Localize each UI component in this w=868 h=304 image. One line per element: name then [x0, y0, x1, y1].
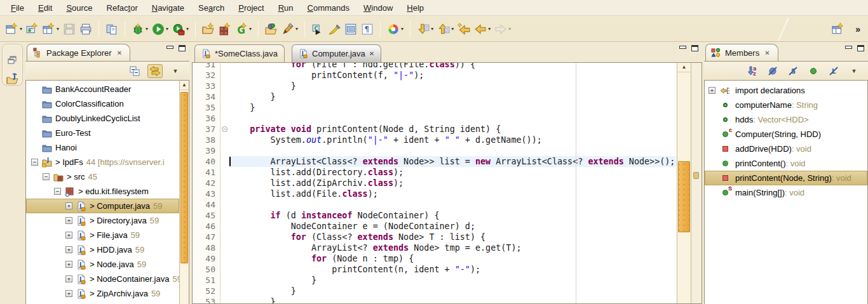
maximize-button[interactable] — [857, 45, 864, 51]
toolbar-overflow-chevron[interactable]: » — [855, 24, 859, 34]
dropdown-arrow-icon[interactable]: ▾ — [57, 26, 59, 32]
run-button[interactable]: ▾ — [150, 20, 170, 38]
tree-expander-icon[interactable]: − — [54, 188, 61, 195]
new-view-button[interactable]: ▾ — [41, 20, 61, 38]
show-whitespace-button[interactable] — [359, 20, 376, 38]
tree-item--src[interactable]: −> src45 — [26, 169, 179, 184]
tree-expander-icon[interactable]: + — [65, 217, 72, 224]
tree-expander-icon[interactable]: + — [65, 232, 72, 239]
tree-expander-icon[interactable]: + — [65, 290, 72, 297]
menu-help[interactable]: Help — [400, 1, 431, 15]
member-item-import-declarations[interactable]: +import declarations — [705, 83, 867, 98]
dropdown-arrow-icon[interactable]: ▾ — [431, 26, 433, 32]
tree-item--directory-java[interactable]: +> Directory.java59 — [26, 213, 179, 228]
dropdown-arrow-icon[interactable]: ▾ — [401, 26, 403, 32]
member-item-computername[interactable]: computerName : String — [705, 98, 867, 112]
tree-item--ipdfs[interactable]: −> IpdFs44 [https://svnserver.i — [26, 155, 179, 169]
compare-button[interactable] — [104, 20, 120, 38]
new-java-project-button[interactable] — [200, 20, 217, 38]
next-annotation-button[interactable]: ▾ — [415, 20, 435, 38]
new-view-shortcut-button[interactable] — [830, 20, 846, 38]
new-groovy-class-button[interactable]: ▾ — [233, 20, 254, 38]
minimize-button[interactable] — [166, 46, 173, 51]
dropdown-arrow-icon[interactable]: ▾ — [186, 26, 189, 32]
tree-item-bankaccountreader[interactable]: +BankAccountReader — [26, 82, 179, 96]
new-wizard-button[interactable]: ▾ — [4, 20, 24, 38]
dropdown-arrow-icon[interactable]: ▾ — [488, 26, 491, 32]
dropdown-arrow-icon[interactable]: ▾ — [295, 26, 298, 32]
dropdown-arrow-icon[interactable]: ▾ — [451, 26, 454, 32]
close-icon[interactable]: ✕ — [369, 50, 374, 57]
tree-expander-icon[interactable]: + — [65, 202, 72, 209]
scrollbar-thumb[interactable] — [678, 161, 690, 232]
tree-item--computer-java[interactable]: +> Computer.java59 — [26, 199, 179, 213]
show-source-blocks-button[interactable] — [342, 20, 359, 38]
member-item-hdds[interactable]: hdds : Vector<HDD> — [705, 112, 867, 127]
annotation-marker[interactable] — [693, 172, 699, 179]
hide-static-members-button[interactable] — [785, 64, 801, 78]
scroll-up-arrow[interactable]: ▲ — [180, 81, 189, 90]
tree-expander-icon[interactable]: + — [709, 87, 715, 94]
menu-source[interactable]: Source — [59, 1, 99, 15]
overview-ruler[interactable] — [691, 63, 702, 303]
menu-edit[interactable]: Edit — [31, 1, 59, 15]
package-explorer-tab[interactable]: Package Explorer ✕ — [27, 44, 130, 61]
tree-expander-icon[interactable]: − — [31, 159, 38, 166]
tree-item--node-java[interactable]: +> Node.java59 — [26, 257, 179, 272]
collapse-all-button[interactable] — [127, 64, 142, 78]
mark-occurrences-button[interactable]: ▾ — [280, 20, 300, 38]
sort-button[interactable] — [745, 64, 760, 78]
highlighter-button[interactable] — [326, 20, 342, 38]
scroll-up-arrow[interactable]: ▲ — [677, 63, 691, 72]
editor-scrollbar[interactable]: ▲ — [677, 63, 691, 303]
print-button[interactable] — [78, 20, 94, 38]
tree-expander-icon[interactable]: + — [65, 261, 72, 268]
new-class-button[interactable] — [24, 20, 41, 38]
open-resource-button[interactable] — [263, 20, 280, 38]
member-item-printcontent-[interactable]: printContent() : void — [705, 156, 867, 171]
tree-expander-icon[interactable]: − — [43, 173, 50, 180]
member-item-adddrive-hdd-[interactable]: addDrive(HDD) : void — [705, 142, 867, 156]
member-item-printcontent-node-string-[interactable]: printContent(Node, String) : void — [705, 171, 867, 185]
members-tab[interactable]: Members ✕ — [705, 44, 778, 61]
editor-maximize-button[interactable] — [691, 45, 698, 51]
tree-item-colorclassification[interactable]: +ColorClassification — [26, 96, 179, 111]
tree-item--nodecontainer-java[interactable]: +> NodeContainer.java59 — [26, 272, 179, 286]
editor-tab-computer-java[interactable]: Computer.java✕ — [292, 44, 381, 62]
menu-commands[interactable]: Commands — [301, 1, 356, 15]
close-icon[interactable]: ✕ — [764, 50, 770, 56]
tree-expander-icon[interactable]: + — [65, 246, 72, 253]
view-menu-button[interactable]: ▼ — [846, 64, 862, 78]
link-with-editor-button[interactable] — [147, 64, 163, 78]
tree-item-hanoi[interactable]: +Hanoi — [26, 140, 179, 155]
menu-file[interactable]: File — [4, 1, 31, 15]
back-button[interactable]: ▾ — [472, 20, 492, 38]
menu-run[interactable]: Run — [271, 1, 301, 15]
menu-navigate[interactable]: Navigate — [145, 1, 191, 15]
previous-annotation-button[interactable]: ▾ — [435, 20, 456, 38]
tree-item--hdd-java[interactable]: +> HDD.java59 — [26, 242, 179, 257]
tree-item--file-java[interactable]: +> File.java59 — [26, 228, 179, 242]
close-icon[interactable]: ✕ — [117, 50, 122, 56]
member-item-computer-string-hdd-[interactable]: cComputer(String, HDD) — [705, 127, 867, 142]
dropdown-arrow-icon[interactable]: ▾ — [508, 26, 511, 32]
editor-tab--someclass-java[interactable]: *SomeClass.java — [194, 44, 285, 62]
menu-window[interactable]: Window — [356, 1, 400, 15]
code-editor[interactable]: for (File f : hdd.get(File.class)) { pri… — [229, 63, 676, 303]
scrollbar-thumb[interactable] — [180, 92, 188, 263]
tree-expander-icon[interactable]: + — [65, 275, 72, 282]
last-edit-location-button[interactable] — [456, 20, 472, 38]
menu-refactor[interactable]: Refactor — [100, 1, 145, 15]
editor-minimize-button[interactable] — [679, 46, 686, 51]
package-explorer-scrollbar[interactable]: ▲ — [179, 81, 189, 304]
dropdown-arrow-icon[interactable]: ▾ — [146, 26, 148, 32]
dropdown-arrow-icon[interactable]: ▾ — [166, 26, 168, 32]
new-package-button[interactable] — [217, 20, 233, 38]
view-menu-button[interactable]: ▼ — [168, 64, 183, 78]
menu-search[interactable]: Search — [191, 1, 231, 15]
show-public-members-button[interactable] — [806, 64, 821, 78]
tree-item-doublylinkedcycliclist[interactable]: +DoublyLinkedCyclicList — [26, 111, 179, 126]
run-last-launched-button[interactable] — [309, 20, 326, 38]
hide-fields-button[interactable] — [765, 64, 780, 78]
minimize-button[interactable] — [845, 46, 852, 51]
